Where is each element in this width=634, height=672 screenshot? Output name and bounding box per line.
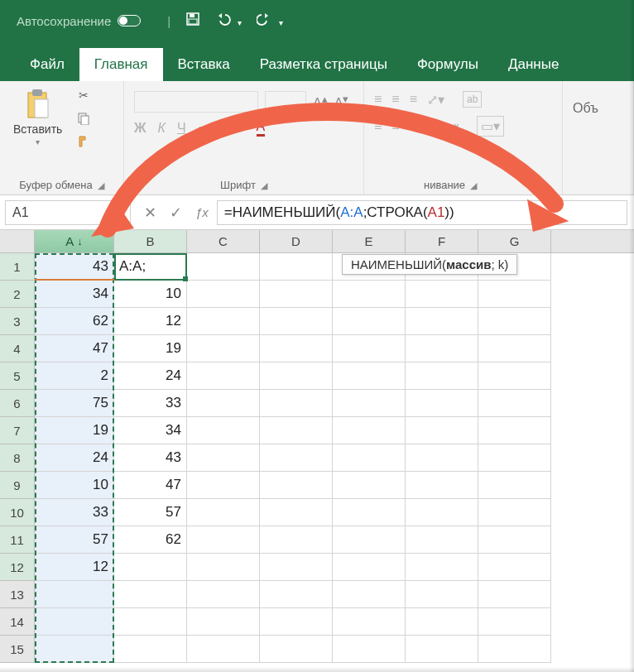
cell[interactable]: 19 <box>114 335 187 362</box>
redo-icon[interactable]: ▾ <box>257 12 283 30</box>
bold-button[interactable]: Ж <box>134 121 146 136</box>
cell[interactable] <box>406 472 478 499</box>
align-middle-icon[interactable]: ≡ <box>391 92 399 107</box>
cell[interactable] <box>35 636 114 663</box>
tab-formulas[interactable]: Формулы <box>402 48 493 81</box>
fx-icon[interactable]: ƒx <box>195 205 209 219</box>
cell[interactable] <box>478 362 551 390</box>
cell[interactable] <box>478 499 551 526</box>
cell[interactable] <box>406 636 478 663</box>
cell[interactable]: 24 <box>35 444 114 472</box>
align-center-icon[interactable]: ≡ <box>391 119 399 134</box>
cell[interactable] <box>187 636 260 663</box>
cell[interactable] <box>260 281 333 308</box>
cell[interactable] <box>35 608 114 636</box>
cell[interactable] <box>478 472 551 499</box>
cell[interactable] <box>187 444 260 472</box>
cell[interactable] <box>260 472 333 499</box>
cell[interactable] <box>260 499 333 526</box>
cell[interactable] <box>260 636 333 663</box>
cell[interactable] <box>406 554 478 581</box>
cut-button[interactable]: ✂ <box>74 86 94 104</box>
formula-input[interactable]: =НАИМЕНЬШИЙ(A:A;СТРОКА(A1)) <box>217 200 627 225</box>
cell[interactable]: 47 <box>114 472 187 499</box>
format-painter-button[interactable] <box>74 132 94 151</box>
cell[interactable] <box>333 417 406 444</box>
cell[interactable] <box>478 253 551 281</box>
cell[interactable] <box>333 281 406 308</box>
cell[interactable] <box>406 608 478 636</box>
cell[interactable]: 12 <box>35 554 114 581</box>
row-header[interactable]: 7 <box>0 417 35 444</box>
cell[interactable]: 62 <box>35 308 114 335</box>
more-label[interactable]: Объ <box>573 101 598 116</box>
cell[interactable]: 43 <box>35 253 114 281</box>
save-icon[interactable] <box>185 12 200 31</box>
font-color-button[interactable]: A <box>257 119 266 137</box>
cell[interactable] <box>406 581 478 608</box>
row-header[interactable]: 11 <box>0 526 35 554</box>
cell[interactable]: 75 <box>35 390 114 417</box>
cell[interactable] <box>478 308 551 335</box>
cell[interactable] <box>478 444 551 472</box>
cell[interactable] <box>187 335 260 362</box>
cell[interactable]: 62 <box>114 526 187 554</box>
cell[interactable] <box>260 308 333 335</box>
cell[interactable] <box>478 390 551 417</box>
launcher-icon[interactable]: ◢ <box>98 180 104 190</box>
cell[interactable] <box>478 581 551 608</box>
underline-button[interactable]: Ч <box>177 121 186 136</box>
cell[interactable] <box>187 417 260 444</box>
cell[interactable] <box>478 608 551 636</box>
col-header-D[interactable]: D <box>260 230 333 252</box>
row-header[interactable]: 3 <box>0 308 35 335</box>
row-header[interactable]: 10 <box>0 499 35 526</box>
tab-home[interactable]: Главная <box>79 48 163 81</box>
undo-icon[interactable]: ▾ <box>215 12 242 30</box>
cell[interactable] <box>406 362 478 390</box>
cell[interactable] <box>406 253 478 281</box>
fill-color-button[interactable]: ◇▾ <box>228 120 245 136</box>
cell[interactable] <box>333 499 406 526</box>
cell[interactable] <box>187 390 260 417</box>
cell[interactable]: 34 <box>114 417 187 444</box>
row-header[interactable]: 6 <box>0 390 35 417</box>
wrap-text-button[interactable]: ab <box>463 91 482 108</box>
cell[interactable]: 34 <box>35 281 114 308</box>
cell[interactable] <box>478 281 551 308</box>
cell[interactable]: 33 <box>114 390 187 417</box>
cell[interactable] <box>478 526 551 554</box>
row-header[interactable]: 4 <box>0 335 35 362</box>
cell[interactable] <box>406 335 478 362</box>
cell[interactable] <box>333 390 406 417</box>
cell[interactable] <box>260 581 333 608</box>
increase-font-icon[interactable]: A▴ <box>313 93 328 111</box>
cell[interactable] <box>187 526 260 554</box>
cell[interactable] <box>35 581 114 608</box>
chevron-down-icon[interactable]: ▾ <box>118 207 123 218</box>
orientation-icon[interactable]: ⤢▾ <box>427 92 444 108</box>
row-header[interactable]: 14 <box>0 608 35 636</box>
cell[interactable] <box>260 526 333 554</box>
cell[interactable]: 10 <box>35 472 114 499</box>
borders-button[interactable]: ▭▾ <box>198 120 217 136</box>
cell[interactable]: 19 <box>35 417 114 444</box>
cell[interactable] <box>187 472 260 499</box>
cell[interactable] <box>478 636 551 663</box>
cell[interactable] <box>114 636 187 663</box>
cell[interactable]: 33 <box>35 499 114 526</box>
cell[interactable] <box>333 554 406 581</box>
col-header-F[interactable]: F <box>406 230 478 252</box>
cell[interactable]: 57 <box>35 526 114 554</box>
cell[interactable] <box>187 362 260 390</box>
cell[interactable] <box>187 581 260 608</box>
cell[interactable] <box>333 526 406 554</box>
cell[interactable] <box>187 608 260 636</box>
cell[interactable] <box>478 335 551 362</box>
cell[interactable] <box>406 499 478 526</box>
tab-data[interactable]: Данные <box>493 48 574 81</box>
name-box[interactable]: A1 ▾ <box>5 200 131 225</box>
row-header[interactable]: 5 <box>0 362 35 390</box>
col-header-G[interactable]: G <box>478 230 551 252</box>
launcher-icon[interactable]: ◢ <box>470 180 477 190</box>
